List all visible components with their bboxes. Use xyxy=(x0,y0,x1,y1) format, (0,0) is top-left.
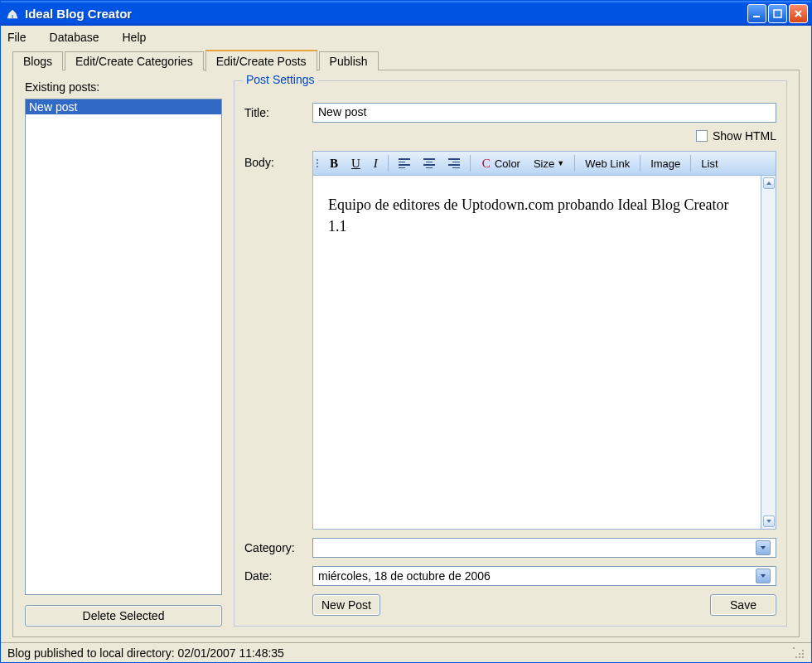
existing-posts-list[interactable]: New post xyxy=(25,99,222,595)
body-editor[interactable]: Equipo de editores de Uptodown.com proba… xyxy=(312,176,761,530)
tab-posts[interactable]: Edit/Create Posts xyxy=(205,50,317,71)
show-html-checkbox[interactable] xyxy=(696,130,708,142)
post-settings-legend: Post Settings xyxy=(243,73,318,86)
chevron-down-icon xyxy=(756,569,771,583)
toolbar-grip-icon xyxy=(317,159,318,167)
scroll-up-icon[interactable] xyxy=(763,177,775,189)
svg-rect-2 xyxy=(774,10,781,17)
scroll-down-icon[interactable] xyxy=(763,515,775,527)
color-label: Color xyxy=(495,157,520,170)
tab-publish[interactable]: Publish xyxy=(319,51,379,70)
chevron-down-icon xyxy=(756,540,771,555)
title-label: Title: xyxy=(244,106,312,119)
existing-posts-label: Existing posts: xyxy=(25,80,222,94)
toolbar-separator xyxy=(574,155,575,172)
image-button[interactable]: Image xyxy=(645,156,685,172)
italic-button[interactable]: I xyxy=(369,155,383,172)
editor-scrollbar[interactable] xyxy=(761,176,776,530)
align-left-button[interactable] xyxy=(394,157,415,170)
color-c-icon: C xyxy=(481,157,492,171)
category-row: Category: xyxy=(244,538,776,558)
svg-rect-1 xyxy=(753,16,760,17)
list-item[interactable]: New post xyxy=(26,99,221,114)
post-settings-panel: Post Settings Title: New post Show HTML … xyxy=(234,80,787,627)
date-select[interactable]: miércoles, 18 de octubre de 2006 xyxy=(312,566,776,586)
menu-database[interactable]: Database xyxy=(50,31,99,44)
chevron-down-icon: ▼ xyxy=(557,159,564,167)
title-input[interactable]: New post xyxy=(312,103,776,123)
editor-toolbar: B U I CColor Size▼ Web Link Image List xyxy=(312,151,776,176)
window-title: Ideal Blog Creator xyxy=(25,7,747,21)
delete-selected-button[interactable]: Delete Selected xyxy=(25,605,222,627)
align-right-button[interactable] xyxy=(443,157,465,170)
date-row: Date: miércoles, 18 de octubre de 2006 xyxy=(244,566,776,586)
app-icon xyxy=(6,7,19,20)
post-buttons: New Post Save xyxy=(312,594,776,616)
show-html-row: Show HTML xyxy=(244,129,776,143)
resize-grip-icon[interactable] xyxy=(793,647,805,659)
maximize-button[interactable] xyxy=(768,4,787,23)
toolbar-separator xyxy=(690,155,691,172)
titlebar: Ideal Blog Creator xyxy=(1,1,811,26)
tabstrip: Blogs Edit/Create Categories Edit/Create… xyxy=(1,49,811,70)
title-row: Title: New post xyxy=(244,103,776,123)
existing-posts-panel: Existing posts: New post Delete Selected xyxy=(25,80,222,627)
category-label: Category: xyxy=(244,541,312,554)
underline-button[interactable]: U xyxy=(346,155,365,172)
category-select[interactable] xyxy=(312,538,776,558)
tab-categories[interactable]: Edit/Create Categories xyxy=(65,51,204,70)
bold-button[interactable]: B xyxy=(325,155,343,172)
list-button[interactable]: List xyxy=(696,156,723,172)
tab-blogs[interactable]: Blogs xyxy=(12,51,63,70)
menubar: File Database Help xyxy=(1,26,811,49)
date-label: Date: xyxy=(244,569,312,583)
save-button[interactable]: Save xyxy=(710,594,776,616)
status-text: Blog published to local directory: 02/01… xyxy=(7,646,284,660)
body-label: Body: xyxy=(244,151,312,530)
statusbar: Blog published to local directory: 02/01… xyxy=(1,642,811,662)
toolbar-separator xyxy=(388,155,389,172)
date-value: miércoles, 18 de octubre de 2006 xyxy=(318,569,491,583)
close-button[interactable] xyxy=(789,4,808,23)
align-center-button[interactable] xyxy=(418,157,440,170)
svg-rect-0 xyxy=(12,15,13,18)
size-label: Size xyxy=(534,157,554,170)
toolbar-separator xyxy=(470,155,471,172)
size-button[interactable]: Size▼ xyxy=(529,156,569,172)
new-post-button[interactable]: New Post xyxy=(312,594,380,616)
menu-help[interactable]: Help xyxy=(123,31,147,44)
content-area: Existing posts: New post Delete Selected… xyxy=(12,70,800,637)
weblink-button[interactable]: Web Link xyxy=(580,156,635,172)
body-row: Body: B U I CColor Size▼ Web Link xyxy=(244,151,776,530)
menu-file[interactable]: File xyxy=(7,31,27,44)
toolbar-separator xyxy=(640,155,640,172)
window-controls xyxy=(747,4,808,23)
show-html-label: Show HTML xyxy=(713,129,776,143)
minimize-button[interactable] xyxy=(747,4,766,23)
color-button[interactable]: CColor xyxy=(476,155,525,172)
